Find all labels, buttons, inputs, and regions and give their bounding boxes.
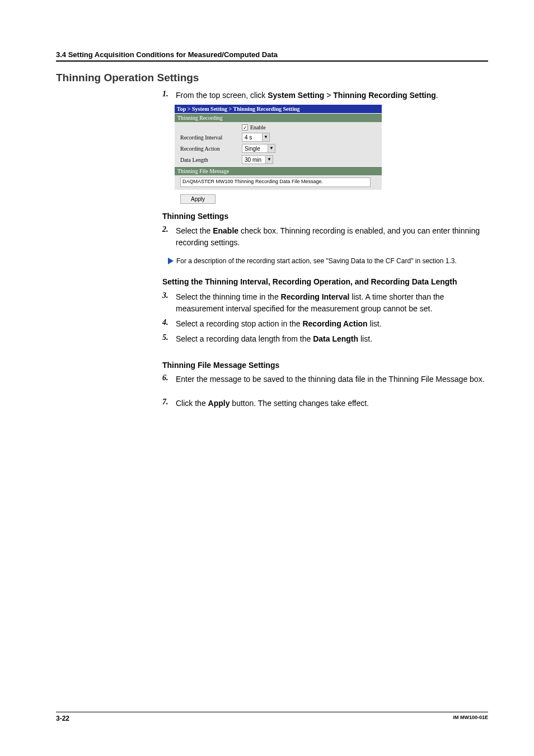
text: .	[436, 91, 438, 100]
breadcrumb: Top > System Setting > Thinning Recordin…	[175, 105, 382, 113]
text: list.	[368, 319, 382, 328]
text: button. The setting changes take effect.	[229, 399, 369, 408]
step-1: 1. From the top screen, click System Set…	[162, 90, 488, 101]
text: Click the	[176, 399, 208, 408]
checkbox-label: Enable	[250, 124, 266, 130]
text: Select a recording data length from the	[176, 334, 313, 343]
step-5: 5. Select a recording data length from t…	[162, 333, 488, 345]
text: Select the	[176, 226, 213, 235]
panel-body-2: DAQMASTER MW100 Thinning Recording Data …	[175, 175, 382, 190]
chevron-down-icon: ▼	[262, 133, 269, 141]
step-3: 3. Select the thinning time in the Recor…	[162, 291, 488, 315]
page-footer: 3-22 IM MW100-01E	[56, 712, 488, 722]
sub-heading-thinning-file-message: Thinning File Message Settings	[162, 360, 488, 371]
section-header: 3.4 Setting Acquisition Conditions for M…	[56, 49, 488, 62]
step-text: Select a recording data length from the …	[176, 333, 488, 345]
enable-row: ✓ Enable	[175, 123, 382, 132]
chevron-down-icon: ▼	[265, 156, 273, 164]
step-text: From the top screen, click System Settin…	[176, 90, 488, 101]
apply-button[interactable]: Apply	[180, 194, 216, 204]
step-number: 1.	[162, 90, 176, 99]
step-number: 6.	[162, 374, 176, 382]
bold: Recording Interval	[281, 292, 350, 301]
bold: Data Length	[313, 334, 358, 343]
bold: System Setting	[268, 91, 324, 100]
text: Select a recording stop action in the	[176, 319, 302, 328]
bold: Thinning Recording Setting	[333, 91, 436, 100]
panel-header-thinning-recording: Thinning Recording	[175, 114, 382, 122]
note-text: For a description of the recording start…	[176, 256, 457, 266]
chevron-down-icon: ▼	[268, 144, 275, 152]
form-label: Data Length	[180, 157, 242, 163]
enable-checkbox[interactable]: ✓ Enable	[242, 124, 266, 130]
doc-id: IM MW100-01E	[453, 715, 488, 722]
bold: Recording Action	[302, 319, 367, 328]
text: Enter the message to be saved to the thi…	[176, 375, 485, 384]
main-heading: Thinning Operation Settings	[56, 72, 488, 84]
bold: Enable	[213, 226, 238, 235]
recording-action-select[interactable]: Single ▼	[242, 144, 275, 153]
step-text: Select a recording stop action in the Re…	[176, 318, 488, 330]
settings-screenshot: Top > System Setting > Thinning Recordin…	[175, 105, 382, 204]
step-4: 4. Select a recording stop action in the…	[162, 318, 488, 330]
panel-header-thinning-file-message: Thinning File Message	[175, 167, 382, 175]
interval-row: Recording Interval 4 s ▼	[175, 132, 382, 143]
bold: Apply	[208, 399, 230, 408]
step-number: 2.	[162, 225, 176, 234]
step-text: Enter the message to be saved to the thi…	[176, 374, 488, 385]
step-number: 4.	[162, 318, 176, 327]
checkbox-icon: ✓	[242, 124, 248, 130]
step-text: Select the thinning time in the Recordin…	[176, 291, 488, 315]
sub-heading-setting-interval: Setting the Thinning Interval, Recording…	[162, 276, 488, 288]
action-row: Recording Action Single ▼	[175, 143, 382, 154]
note-arrow-icon	[168, 258, 174, 264]
select-value: 30 min	[242, 157, 265, 163]
step-2: 2. Select the Enable check box. Thinning…	[162, 225, 488, 249]
step-text: Click the Apply button. The setting chan…	[176, 398, 488, 409]
step-6: 6. Enter the message to be saved to the …	[162, 374, 488, 385]
select-value: Single	[242, 146, 268, 152]
data-length-select[interactable]: 30 min ▼	[242, 155, 273, 164]
step-7: 7. Click the Apply button. The setting c…	[162, 398, 488, 409]
text: From the top screen, click	[176, 91, 268, 100]
note: For a description of the recording start…	[168, 256, 488, 266]
section-header-text: 3.4 Setting Acquisition Conditions for M…	[56, 50, 278, 59]
form-label: Recording Interval	[180, 134, 242, 141]
step-number: 7.	[162, 398, 176, 407]
length-row: Data Length 30 min ▼	[175, 154, 382, 165]
form-label: Recording Action	[180, 146, 242, 152]
step-number: 3.	[162, 291, 176, 300]
select-value: 4 s	[242, 134, 262, 141]
step-number: 5.	[162, 333, 176, 342]
sub-heading-thinning-settings: Thinning Settings	[162, 212, 488, 221]
recording-interval-select[interactable]: 4 s ▼	[242, 133, 270, 142]
step-text: Select the Enable check box. Thinning re…	[176, 225, 488, 249]
text: list.	[358, 334, 372, 343]
text: >	[324, 91, 333, 100]
text: Select the thinning time in the	[176, 292, 281, 301]
thinning-file-message-input[interactable]: DAQMASTER MW100 Thinning Recording Data …	[180, 178, 371, 187]
page-number: 3-22	[56, 715, 69, 722]
panel-body: ✓ Enable Recording Interval 4 s ▼ Record…	[175, 122, 382, 166]
